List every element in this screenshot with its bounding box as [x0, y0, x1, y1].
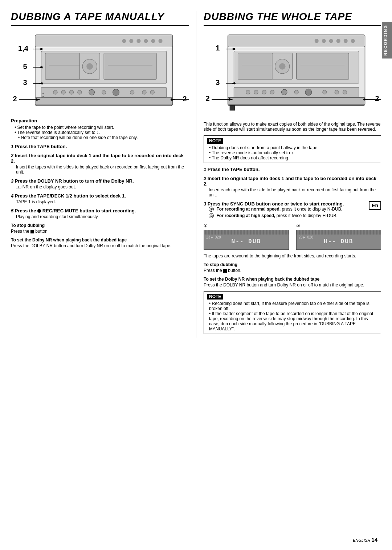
dub-screen-1-container: ① 23► 028 N-- DUB — [204, 223, 289, 250]
dub-screen-1-label: ① — [204, 223, 289, 228]
svg-point-64 — [262, 90, 266, 94]
svg-text:2: 2 — [206, 94, 210, 102]
svg-point-49 — [329, 39, 333, 43]
right-note2-box: NOTE Recording does not start, if the er… — [204, 291, 381, 334]
svg-point-4 — [136, 39, 140, 43]
svg-point-18 — [61, 90, 65, 94]
left-step-1-main: Press the TAPE button. — [15, 144, 67, 149]
svg-point-50 — [336, 39, 340, 43]
right-substep-1: ① For recording at normal speed, press i… — [204, 207, 344, 212]
svg-point-23 — [113, 89, 119, 95]
right-step-2: 2 Insert the original tape into deck 1 a… — [204, 176, 381, 197]
svg-point-62 — [246, 90, 250, 94]
right-intro: This function allows you to make exact c… — [204, 122, 381, 132]
right-stop-body: Press the button. — [204, 268, 381, 273]
left-section-title: DUBBING A TAPE MANUALLY — [11, 11, 189, 26]
svg-text:3: 3 — [23, 78, 27, 86]
right-note2-item-1: Recording does not start, if the erasure… — [209, 301, 378, 311]
svg-text:2: 2 — [375, 94, 379, 102]
svg-point-71 — [343, 90, 347, 94]
svg-point-22 — [102, 90, 106, 94]
dub-screens-container: ① 23► 028 N-- DUB ② 23► 028 H-- DUB — [204, 223, 381, 250]
svg-text:5: 5 — [23, 62, 27, 70]
stop-icon-left — [30, 230, 34, 233]
preparation-list: Set the tape to the point where recordin… — [11, 125, 189, 140]
svg-point-7 — [158, 39, 162, 43]
right-note1-title: NOTE — [207, 138, 223, 144]
svg-point-48 — [322, 39, 326, 43]
recording-tab: RECORDING — [382, 22, 392, 58]
left-step-4: 4 Press the TAPE/DECK 1/2 button to sele… — [11, 193, 189, 204]
left-step-1: 1 Press the TAPE button. — [11, 144, 189, 149]
svg-point-47 — [315, 39, 319, 43]
dub-screen-2-text: H-- DUB — [324, 238, 353, 245]
right-column: DUBBING THE WHOLE TAPE — [196, 11, 381, 338]
prep-note: Note that recording will be done on one … — [15, 135, 189, 140]
prep-bullet-2: The reverse mode is automatically set to… — [15, 130, 189, 135]
svg-point-63 — [254, 90, 258, 94]
svg-point-21 — [89, 89, 95, 95]
page-footer: ENGLISH 14 — [353, 537, 377, 543]
svg-text:2: 2 — [183, 95, 187, 103]
left-stop-body: Press the button. — [11, 229, 189, 234]
left-device-svg: 1,4 5 3 2 2 — [11, 31, 189, 112]
left-step-5: 5 Press the REC/REC MUTE button to start… — [11, 208, 189, 219]
svg-point-28 — [42, 93, 44, 94]
right-note1-item-1: Dubbing does not start from a point half… — [209, 145, 378, 150]
page-container: RECORDING DUBBING A TAPE MANUALLY — [0, 0, 392, 550]
svg-point-66 — [281, 89, 287, 95]
svg-marker-85 — [364, 98, 368, 101]
svg-point-19 — [69, 90, 73, 94]
right-device-svg: 1 3 2 2 — [204, 31, 381, 115]
svg-rect-72 — [228, 97, 365, 105]
right-note2-title: NOTE — [207, 294, 223, 300]
dub-screen-2-container: ② 23► 028 H-- DUB — [296, 223, 381, 250]
right-step-2-detail: Insert each tape with the side to be pla… — [204, 187, 381, 197]
right-section-title: DUBBING THE WHOLE TAPE — [204, 11, 381, 26]
right-note1-box: NOTE Dubbing does not start from a point… — [204, 135, 381, 163]
dub-screen-1: 23► 028 N-- DUB — [204, 230, 289, 250]
svg-rect-27 — [35, 98, 173, 105]
left-step-3: 3 Press the DOLBY NR button to turn off … — [11, 178, 189, 190]
svg-rect-73 — [230, 106, 234, 110]
svg-rect-55 — [297, 53, 349, 79]
svg-point-6 — [151, 39, 155, 43]
left-stop-title: To stop dubbing — [11, 223, 189, 228]
svg-point-20 — [78, 90, 82, 94]
english-label: ENGLISH — [353, 538, 371, 542]
svg-point-17 — [53, 90, 57, 94]
right-step-3: 3 Press the SYNC DUB button once or twic… — [204, 201, 381, 220]
left-dolby-title: To set the Dolby NR when playing back th… — [11, 237, 189, 243]
left-step-4-detail: TAPE 1 is displayed. — [11, 199, 189, 204]
right-dolby-body: Press the DOLBY NR button and turn Dolby… — [204, 282, 381, 288]
dub-screen-1-small: 23► 028 — [206, 235, 221, 239]
svg-point-65 — [270, 90, 274, 94]
left-column: DUBBING A TAPE MANUALLY — [11, 11, 196, 338]
left-device-diagram: 1,4 5 3 2 2 — [11, 31, 189, 113]
svg-point-60 — [279, 63, 286, 70]
svg-point-51 — [344, 39, 348, 43]
left-step-3-detail: □□ NR on the display goes out. — [11, 184, 189, 190]
right-note1-list: Dubbing does not start from a point half… — [207, 145, 378, 160]
left-step-2: 2 Insert the original tape into deck 1 a… — [11, 153, 189, 175]
right-note2-item-2: If the leader segment of the tape to be … — [209, 311, 378, 331]
svg-point-15 — [86, 63, 93, 70]
right-dolby-title: To set the Dolby NR when playing back th… — [204, 277, 381, 282]
dub-screen-1-text: N-- DUB — [232, 238, 261, 245]
svg-text:3: 3 — [216, 78, 220, 86]
dub-screen-2-small: 23► 028 — [299, 235, 313, 239]
main-content: DUBBING A TAPE MANUALLY — [11, 11, 381, 338]
svg-point-25 — [142, 90, 146, 94]
right-stop-title: To stop dubbing — [204, 262, 381, 267]
svg-point-3 — [129, 39, 133, 43]
svg-point-68 — [305, 89, 312, 95]
left-step-5-detail: Playing and recording start simultaneous… — [11, 214, 189, 219]
svg-point-29 — [42, 96, 44, 97]
dub-screen-2: 23► 028 H-- DUB — [296, 230, 381, 250]
left-dolby-body: Press the DOLBY NR button and turn Dolby… — [11, 243, 189, 248]
right-substep-2: ② For recording at high speed, press it … — [204, 213, 344, 218]
svg-point-2 — [122, 39, 126, 43]
right-step-1: 1 Press the TAPE button. — [204, 167, 381, 172]
svg-text:1: 1 — [216, 44, 220, 52]
right-step-1-main: Press the TAPE button. — [208, 167, 260, 172]
